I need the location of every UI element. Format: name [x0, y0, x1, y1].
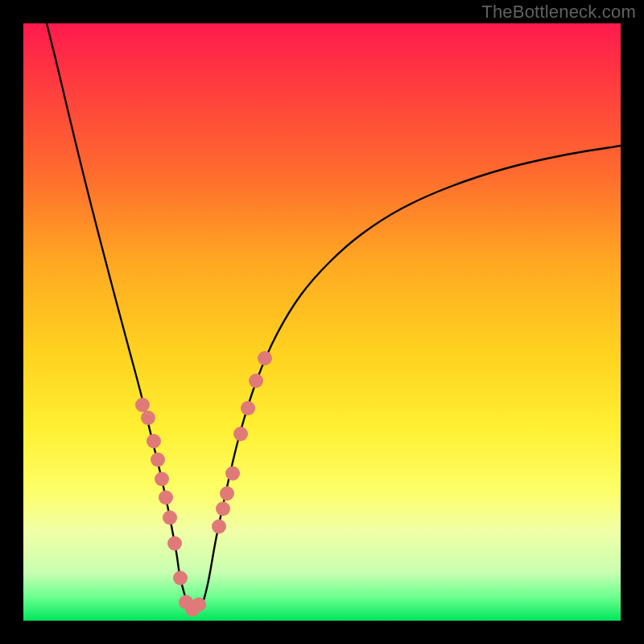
gpu-point [212, 519, 226, 534]
watermark-text: TheBottleneck.com [481, 2, 636, 23]
gpu-point [163, 510, 177, 525]
bottleneck-curve [47, 23, 621, 609]
gpu-point [249, 374, 263, 388]
curve-layer [23, 23, 621, 621]
gpu-point [167, 536, 182, 551]
gpu-point [233, 427, 248, 441]
gpu-point [135, 398, 150, 412]
plot-area [23, 23, 621, 621]
gpu-point [155, 472, 169, 486]
gpu-point [173, 571, 188, 585]
gpu-point [141, 411, 155, 425]
gpu-point [159, 490, 173, 505]
gpu-point [151, 452, 165, 467]
gpu-point [192, 597, 206, 612]
gpu-point [147, 434, 161, 448]
gpu-point [220, 486, 234, 501]
chart-frame: TheBottleneck.com [0, 0, 644, 644]
gpu-point [241, 401, 255, 415]
gpu-point [216, 502, 230, 516]
gpu-point [225, 466, 240, 481]
gpu-points-group [135, 351, 272, 617]
gpu-point [258, 351, 272, 365]
